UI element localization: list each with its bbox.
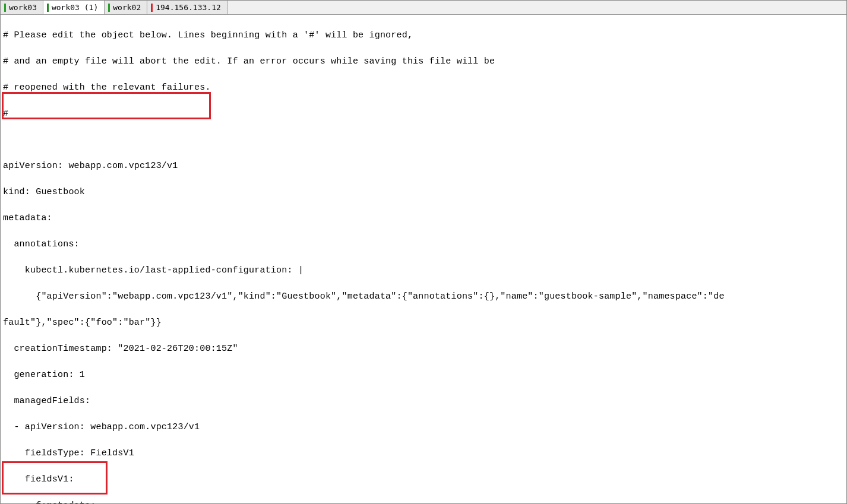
- editor-line: - apiVersion: webapp.com.vpc123/v1: [3, 421, 844, 434]
- tab-marker-icon: [47, 4, 49, 12]
- editor-line: # Please edit the object below. Lines be…: [3, 29, 844, 42]
- tab-label: work03: [9, 3, 37, 12]
- editor-line: managedFields:: [3, 395, 844, 408]
- editor-line: fieldsV1:: [3, 473, 844, 486]
- editor-line: metadata:: [3, 212, 844, 225]
- editor-line: [3, 134, 844, 147]
- editor-line: # reopened with the relevant failures.: [3, 81, 844, 94]
- tab-work02[interactable]: work02: [105, 1, 147, 14]
- tab-marker-icon: [4, 4, 6, 12]
- editor-line: creationTimestamp: "2021-02-26T20:00:15Z…: [3, 343, 844, 356]
- tab-marker-icon: [108, 4, 110, 12]
- editor-line: #: [3, 107, 844, 121]
- editor-line: apiVersion: webapp.com.vpc123/v1: [3, 160, 844, 173]
- tab-work03[interactable]: work03: [1, 1, 43, 14]
- editor-line: annotations:: [3, 238, 844, 251]
- tab-marker-icon: [151, 4, 153, 12]
- tab-ip[interactable]: 194.156.133.12: [147, 1, 227, 14]
- editor-line: # and an empty file will abort the edit.…: [3, 55, 844, 68]
- tab-label: 194.156.133.12: [156, 3, 221, 12]
- editor-line: kubectl.kubernetes.io/last-applied-confi…: [3, 264, 844, 277]
- editor-line: fault"},"spec":{"foo":"bar"}}: [3, 316, 844, 329]
- editor-line: kind: Guestbook: [3, 186, 844, 199]
- tab-label: work02: [113, 3, 141, 12]
- tab-work03-1[interactable]: work03 (1): [43, 1, 105, 14]
- editor-line: {"apiVersion":"webapp.com.vpc123/v1","ki…: [3, 290, 844, 303]
- editor-line: generation: 1: [3, 369, 844, 382]
- editor-line: fieldsType: FieldsV1: [3, 447, 844, 460]
- tab-label: work03 (1): [52, 3, 98, 12]
- tab-bar: work03 work03 (1) work02 194.156.133.12: [1, 1, 846, 15]
- editor-line: f:metadata:: [3, 499, 844, 504]
- editor-area[interactable]: # Please edit the object below. Lines be…: [1, 15, 846, 504]
